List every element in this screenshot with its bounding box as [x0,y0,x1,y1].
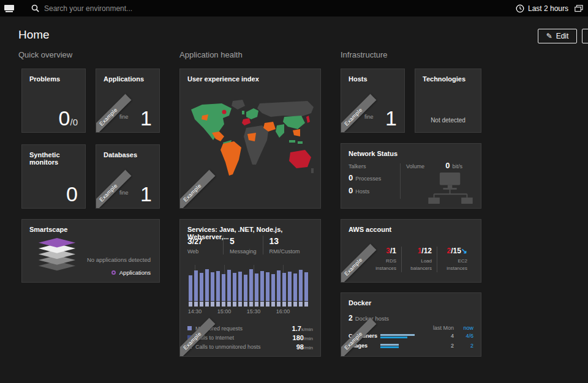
status-label: fine [119,114,129,120]
databases-count: 1 [140,182,152,207]
tile-services[interactable]: Services: Java, .NET, Node.js, Webserver… [179,219,321,357]
bar [189,275,192,307]
bar [271,274,275,307]
bar [277,270,281,307]
search-input[interactable] [44,4,240,13]
tile-title: Synthetic monitors [29,151,85,166]
tile-title: Applications [104,75,144,83]
bar [299,270,303,307]
pencil-icon: ✎ [546,32,552,40]
docker-row-containers: Containers 4 4/6 [349,332,473,340]
tile-title: Network Status [349,150,398,157]
technologies-message: Not detected [415,117,481,124]
bar [304,272,308,307]
talkers-label: Talkers [349,163,381,169]
stat-ec2: 2/15↘ EC2instances [437,247,472,272]
aws-stats: 3/1 RDSinstances 1/12 Loadbalancers 2/15… [366,247,472,272]
services-stats: 3/27 Web 5 Messaging 13 RMI/Custom [187,236,306,255]
time-range-selector[interactable]: Last 2 hours [516,4,568,13]
legend-swatch [187,326,192,330]
images-bars [380,344,421,348]
volume-label: Volume [406,163,424,169]
trend-down-arrow-icon: ↘ [461,247,467,255]
edit-button-label: Edit [556,32,569,40]
add-tile-button[interactable]: + [582,29,588,43]
bar [249,269,253,307]
tile-title: Technologies [423,75,466,83]
bar [200,273,203,307]
status-label: fine [364,114,374,120]
window-restore-icon[interactable] [575,5,583,12]
tile-title: Problems [29,75,60,83]
stat-messaging: 5 Messaging [223,236,263,255]
tile-hosts[interactable]: Hosts fine 1 Example [341,69,405,133]
smartscape-message: No applications detected [87,256,151,263]
bar [205,269,209,307]
applications-count: 1 [140,106,152,131]
stat-load-balancers: 1/12 Loadbalancers [401,247,437,272]
tile-title: Databases [104,151,137,158]
tile-title: Hosts [349,75,368,83]
bar [211,272,214,307]
clock-icon [516,4,524,13]
status-label: fine [119,190,129,196]
bar [222,274,225,307]
network-topology-icon [417,173,476,204]
services-x-axis: 14:30 15:00 15:30 16:00 [189,308,311,316]
smartscape-layers-icon [31,237,83,276]
bar [266,272,270,307]
legend-row-calls-unmonitored: Calls to unmonitored hosts 98/min [187,342,313,351]
legend-label: Applications [119,269,151,276]
search-button[interactable] [26,0,44,17]
column-header-last: last Mon [433,325,454,331]
apps-icon [4,5,14,12]
topbar-right: Last 2 hours [516,4,588,13]
gridline [254,265,254,307]
tile-title: User experience index [187,75,259,83]
network-talkers-block: Talkers 0Processes 0Hosts [349,163,381,195]
containers-bars [380,334,421,338]
divider [400,163,401,199]
bar [194,270,198,307]
applications-legend-dot [111,270,116,275]
stat-web: 3/27 Web [187,236,223,255]
tile-network-status[interactable]: Network Status Talkers 0Processes 0Hosts… [341,143,481,209]
bar [233,273,236,307]
tile-smartscape[interactable]: Smartscape No applications detected Appl… [21,219,160,283]
problems-count: 0/0 [59,106,78,131]
bar [216,271,220,307]
tile-synthetic-monitors[interactable]: Synthetic monitors 0 [21,144,86,209]
tile-aws-account[interactable]: AWS account 3/1 RDSinstances 1/12 Loadba… [341,219,481,283]
apps-menu-button[interactable] [0,0,18,17]
volume-value: 0bit/s [445,161,462,170]
bar [288,272,292,307]
legend-row-calls-internet: Calls to Internet 180/min [187,333,313,342]
hosts-count: 1 [385,106,397,131]
docker-row-images: Images 2 2 [349,342,473,349]
bar [293,273,297,307]
bar [238,272,242,307]
tile-technologies[interactable]: Technologies Not detected [415,69,481,133]
topbar: Last 2 hours [0,0,588,17]
tile-docker[interactable]: Docker 2Docker hosts last Mon now Contai… [341,292,481,357]
tile-applications[interactable]: Applications fine 1 Example [96,69,160,133]
column-header-now: now [463,325,473,331]
services-bar-chart [189,265,311,307]
section-title-quick-overview: Quick overview [18,50,72,59]
synthetic-count: 0 [66,182,78,207]
stat-rmi-custom: 13 RMI/Custom [263,236,306,255]
bar [282,273,286,307]
tile-user-experience-index[interactable]: User experience index Example [179,69,321,209]
tile-title: AWS account [349,226,391,233]
tile-databases[interactable]: Databases fine 1 Example [96,144,160,209]
bar [255,273,258,307]
bar [244,275,247,307]
time-range-label: Last 2 hours [528,4,568,13]
search-icon [31,4,39,12]
tile-title: Smartscape [29,226,67,233]
edit-button[interactable]: ✎ Edit [538,29,577,43]
dynatrace-dashboard: Last 2 hours Home ✎ Edit + Quick overvie… [0,0,588,383]
page-title: Home [18,28,50,42]
tile-problems[interactable]: Problems 0/0 [21,69,86,133]
section-title-application-health: Application health [179,50,243,59]
